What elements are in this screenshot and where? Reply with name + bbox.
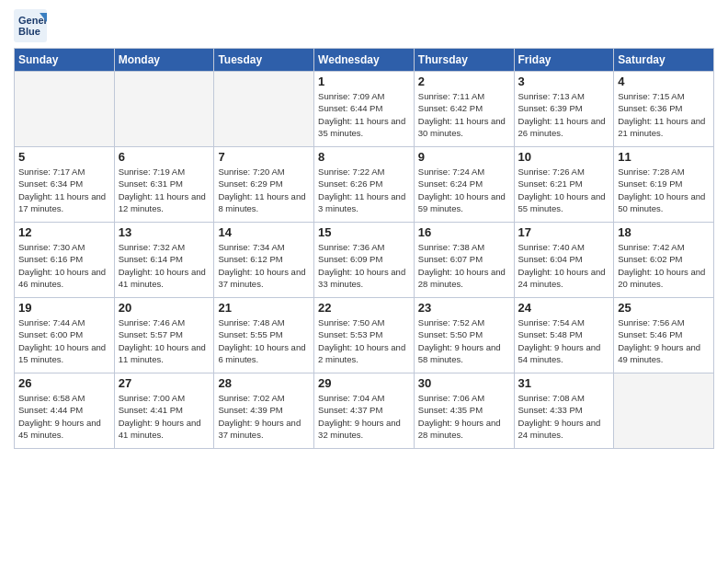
weekday-saturday: Saturday xyxy=(614,49,714,72)
day-cell: 22Sunrise: 7:50 AM Sunset: 5:53 PM Dayli… xyxy=(314,298,415,373)
day-number: 26 xyxy=(18,376,110,390)
day-cell xyxy=(15,72,115,147)
day-info: Sunrise: 7:52 AM Sunset: 5:50 PM Dayligh… xyxy=(418,316,510,365)
day-cell: 13Sunrise: 7:32 AM Sunset: 6:14 PM Dayli… xyxy=(114,223,214,298)
day-cell: 27Sunrise: 7:00 AM Sunset: 4:41 PM Dayli… xyxy=(114,373,214,449)
day-info: Sunrise: 7:40 AM Sunset: 6:04 PM Dayligh… xyxy=(518,241,610,290)
day-number: 10 xyxy=(518,150,610,164)
day-cell: 30Sunrise: 7:06 AM Sunset: 4:35 PM Dayli… xyxy=(414,373,514,449)
day-number: 29 xyxy=(318,376,410,390)
day-cell: 15Sunrise: 7:36 AM Sunset: 6:09 PM Dayli… xyxy=(314,223,415,298)
logo: General Blue xyxy=(14,9,50,42)
day-cell: 19Sunrise: 7:44 AM Sunset: 6:00 PM Dayli… xyxy=(15,298,115,373)
day-cell: 17Sunrise: 7:40 AM Sunset: 6:04 PM Dayli… xyxy=(514,223,614,298)
day-info: Sunrise: 7:24 AM Sunset: 6:24 PM Dayligh… xyxy=(418,166,510,214)
logo-icon: General Blue xyxy=(14,9,47,42)
day-info: Sunrise: 7:42 AM Sunset: 6:02 PM Dayligh… xyxy=(618,241,710,290)
day-cell: 26Sunrise: 6:58 AM Sunset: 4:44 PM Dayli… xyxy=(15,373,115,449)
day-info: Sunrise: 7:44 AM Sunset: 6:00 PM Dayligh… xyxy=(18,316,110,365)
day-cell: 20Sunrise: 7:46 AM Sunset: 5:57 PM Dayli… xyxy=(114,298,214,373)
day-number: 3 xyxy=(518,75,610,88)
weekday-wednesday: Wednesday xyxy=(314,49,415,72)
page: General Blue SundayMondayTuesdayWednesda… xyxy=(0,0,728,458)
day-number: 17 xyxy=(518,225,610,239)
day-number: 28 xyxy=(218,376,310,390)
day-info: Sunrise: 7:28 AM Sunset: 6:19 PM Dayligh… xyxy=(618,166,710,214)
day-number: 30 xyxy=(418,376,510,390)
day-info: Sunrise: 7:48 AM Sunset: 5:55 PM Dayligh… xyxy=(218,316,310,365)
day-cell: 7Sunrise: 7:20 AM Sunset: 6:29 PM Daylig… xyxy=(214,147,314,223)
day-number: 8 xyxy=(318,150,410,164)
day-number: 15 xyxy=(318,225,410,239)
day-cell: 11Sunrise: 7:28 AM Sunset: 6:19 PM Dayli… xyxy=(614,147,714,223)
day-info: Sunrise: 7:32 AM Sunset: 6:14 PM Dayligh… xyxy=(119,241,210,290)
week-row-2: 12Sunrise: 7:30 AM Sunset: 6:16 PM Dayli… xyxy=(15,223,714,298)
day-cell xyxy=(214,72,314,147)
day-cell: 28Sunrise: 7:02 AM Sunset: 4:39 PM Dayli… xyxy=(214,373,314,449)
day-number: 5 xyxy=(18,150,110,164)
day-number: 12 xyxy=(18,225,110,239)
week-row-4: 26Sunrise: 6:58 AM Sunset: 4:44 PM Dayli… xyxy=(15,373,714,449)
day-info: Sunrise: 7:54 AM Sunset: 5:48 PM Dayligh… xyxy=(518,316,610,365)
day-cell: 29Sunrise: 7:04 AM Sunset: 4:37 PM Dayli… xyxy=(314,373,415,449)
day-info: Sunrise: 7:30 AM Sunset: 6:16 PM Dayligh… xyxy=(18,241,110,290)
day-number: 19 xyxy=(18,301,110,315)
day-info: Sunrise: 7:09 AM Sunset: 6:44 PM Dayligh… xyxy=(318,90,410,139)
day-info: Sunrise: 7:22 AM Sunset: 6:26 PM Dayligh… xyxy=(318,166,410,214)
day-number: 1 xyxy=(318,75,410,88)
day-info: Sunrise: 7:06 AM Sunset: 4:35 PM Dayligh… xyxy=(418,392,510,441)
day-number: 31 xyxy=(518,376,610,390)
header: General Blue xyxy=(14,9,714,42)
day-cell: 2Sunrise: 7:11 AM Sunset: 6:42 PM Daylig… xyxy=(414,72,514,147)
day-cell: 18Sunrise: 7:42 AM Sunset: 6:02 PM Dayli… xyxy=(614,223,714,298)
weekday-thursday: Thursday xyxy=(414,49,514,72)
day-cell: 8Sunrise: 7:22 AM Sunset: 6:26 PM Daylig… xyxy=(314,147,415,223)
day-number: 27 xyxy=(119,376,210,390)
day-cell: 25Sunrise: 7:56 AM Sunset: 5:46 PM Dayli… xyxy=(614,298,714,373)
weekday-sunday: Sunday xyxy=(15,49,115,72)
day-cell: 21Sunrise: 7:48 AM Sunset: 5:55 PM Dayli… xyxy=(214,298,314,373)
day-info: Sunrise: 7:20 AM Sunset: 6:29 PM Dayligh… xyxy=(218,166,310,214)
day-info: Sunrise: 7:04 AM Sunset: 4:37 PM Dayligh… xyxy=(318,392,410,441)
day-cell xyxy=(614,373,714,449)
day-info: Sunrise: 7:34 AM Sunset: 6:12 PM Dayligh… xyxy=(218,241,310,290)
day-info: Sunrise: 7:15 AM Sunset: 6:36 PM Dayligh… xyxy=(618,90,710,139)
day-number: 6 xyxy=(119,150,210,164)
day-info: Sunrise: 7:19 AM Sunset: 6:31 PM Dayligh… xyxy=(119,166,210,214)
weekday-friday: Friday xyxy=(514,49,614,72)
day-info: Sunrise: 7:11 AM Sunset: 6:42 PM Dayligh… xyxy=(418,90,510,139)
day-cell: 16Sunrise: 7:38 AM Sunset: 6:07 PM Dayli… xyxy=(414,223,514,298)
day-number: 7 xyxy=(218,150,310,164)
calendar-table: SundayMondayTuesdayWednesdayThursdayFrid… xyxy=(14,48,714,449)
day-cell: 24Sunrise: 7:54 AM Sunset: 5:48 PM Dayli… xyxy=(514,298,614,373)
weekday-monday: Monday xyxy=(114,49,214,72)
week-row-1: 5Sunrise: 7:17 AM Sunset: 6:34 PM Daylig… xyxy=(15,147,714,223)
day-cell: 9Sunrise: 7:24 AM Sunset: 6:24 PM Daylig… xyxy=(414,147,514,223)
day-cell: 1Sunrise: 7:09 AM Sunset: 6:44 PM Daylig… xyxy=(314,72,415,147)
day-number: 18 xyxy=(618,225,710,239)
day-cell: 12Sunrise: 7:30 AM Sunset: 6:16 PM Dayli… xyxy=(15,223,115,298)
day-number: 22 xyxy=(318,301,410,315)
day-info: Sunrise: 7:50 AM Sunset: 5:53 PM Dayligh… xyxy=(318,316,410,365)
day-number: 9 xyxy=(418,150,510,164)
day-info: Sunrise: 7:38 AM Sunset: 6:07 PM Dayligh… xyxy=(418,241,510,290)
day-number: 2 xyxy=(418,75,510,88)
day-cell xyxy=(114,72,214,147)
svg-text:Blue: Blue xyxy=(18,26,40,37)
day-info: Sunrise: 7:26 AM Sunset: 6:21 PM Dayligh… xyxy=(518,166,610,214)
day-number: 11 xyxy=(618,150,710,164)
day-cell: 3Sunrise: 7:13 AM Sunset: 6:39 PM Daylig… xyxy=(514,72,614,147)
day-number: 14 xyxy=(218,225,310,239)
day-cell: 14Sunrise: 7:34 AM Sunset: 6:12 PM Dayli… xyxy=(214,223,314,298)
day-cell: 5Sunrise: 7:17 AM Sunset: 6:34 PM Daylig… xyxy=(15,147,115,223)
weekday-header-row: SundayMondayTuesdayWednesdayThursdayFrid… xyxy=(15,49,714,72)
day-info: Sunrise: 7:36 AM Sunset: 6:09 PM Dayligh… xyxy=(318,241,410,290)
day-number: 13 xyxy=(119,225,210,239)
day-number: 21 xyxy=(218,301,310,315)
day-info: Sunrise: 7:00 AM Sunset: 4:41 PM Dayligh… xyxy=(119,392,210,441)
day-cell: 4Sunrise: 7:15 AM Sunset: 6:36 PM Daylig… xyxy=(614,72,714,147)
week-row-0: 1Sunrise: 7:09 AM Sunset: 6:44 PM Daylig… xyxy=(15,72,714,147)
day-cell: 23Sunrise: 7:52 AM Sunset: 5:50 PM Dayli… xyxy=(414,298,514,373)
day-number: 25 xyxy=(618,301,710,315)
day-info: Sunrise: 7:17 AM Sunset: 6:34 PM Dayligh… xyxy=(18,166,110,214)
